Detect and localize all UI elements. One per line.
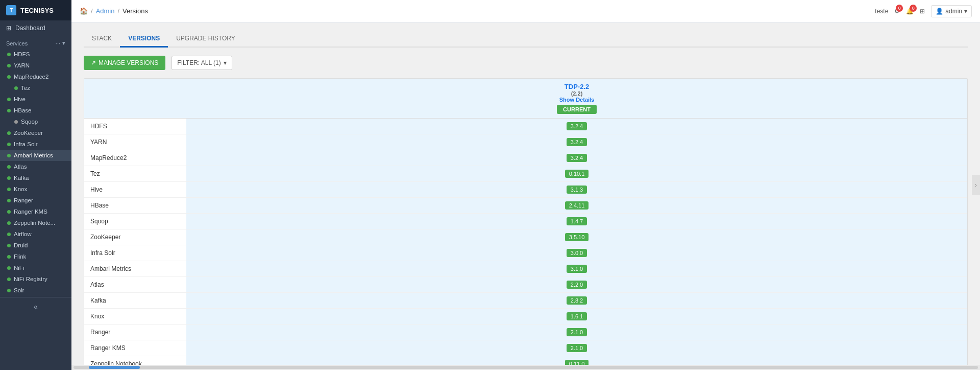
- service-name-cell: Zeppelin Notebook: [84, 356, 186, 365]
- sidebar-item-label: Hive: [14, 96, 26, 102]
- manage-versions-button[interactable]: ↗ MANAGE VERSIONS: [84, 56, 165, 70]
- sidebar-item-kafka[interactable]: Kafka: [0, 172, 71, 183]
- sidebar-item-label: Sqoop: [21, 119, 38, 125]
- sidebar-item-label: NiFi Registry: [14, 276, 47, 282]
- sidebar-item-ranger-kms[interactable]: Ranger KMS: [0, 206, 71, 217]
- sidebar-item-hive[interactable]: Hive: [0, 94, 71, 105]
- table-row: Kafka 2.8.2: [84, 293, 967, 309]
- sidebar-item-label: Ranger KMS: [14, 209, 47, 215]
- sidebar-item-flink[interactable]: Flink: [0, 251, 71, 262]
- tab-upgrade-history[interactable]: UPGRADE HISTORY: [168, 31, 243, 48]
- show-details-link[interactable]: Show Details: [192, 97, 961, 103]
- table-row: HDFS 3.2.4: [84, 119, 967, 134]
- topbar: 🏠 / Admin / Versions teste ⚙ 0 🔔 0 ⊞ 👤 a…: [71, 0, 980, 22]
- version-tag: 3.2.4: [567, 122, 587, 130]
- sidebar-item-yarn[interactable]: YARN: [0, 60, 71, 71]
- settings-badge: 0: [896, 5, 903, 12]
- sidebar-item-solr[interactable]: Solr: [0, 285, 71, 296]
- user-icon: 👤: [936, 8, 943, 15]
- sidebar-item-label: Zeppelin Note...: [14, 220, 55, 226]
- status-dot: [7, 143, 11, 146]
- sidebar-item-zookeeper[interactable]: ZooKeeper: [0, 127, 71, 138]
- version-tag: 0.10.1: [565, 170, 589, 178]
- service-name-cell: YARN: [84, 134, 186, 150]
- services-collapse-icon[interactable]: ▾: [62, 40, 65, 47]
- services-label: Services: [6, 40, 28, 47]
- home-icon[interactable]: 🏠: [80, 7, 88, 15]
- version-tag: 2.8.2: [567, 296, 587, 305]
- services-more-icon[interactable]: ···: [56, 40, 60, 47]
- right-expand-btn[interactable]: ›: [972, 175, 980, 195]
- version-tag: 3.1.0: [567, 265, 587, 273]
- table-row: Ambari Metrics 3.1.0: [84, 261, 967, 277]
- sidebar-item-nifi[interactable]: NiFi: [0, 262, 71, 273]
- status-dot: [7, 75, 11, 79]
- status-dot: [7, 109, 11, 112]
- sidebar-item-hdfs[interactable]: HDFS: [0, 49, 71, 60]
- sidebar-item-ranger[interactable]: Ranger: [0, 195, 71, 206]
- sidebar-item-druid[interactable]: Druid: [0, 240, 71, 251]
- sidebar-item-mapreduce2[interactable]: MapReduce2: [0, 71, 71, 82]
- sidebar-item-label: Infra Solr: [14, 141, 38, 147]
- scrollbar-thumb[interactable]: [89, 366, 140, 369]
- sidebar-item-infra-solr[interactable]: Infra Solr: [0, 138, 71, 150]
- sidebar-item-label: HDFS: [14, 51, 30, 57]
- dashboard-icon: ⊞: [6, 25, 11, 32]
- service-name-cell: ZooKeeper: [84, 229, 186, 245]
- breadcrumb-sep1: /: [91, 7, 93, 15]
- table-row: Ranger 2.1.0: [84, 325, 967, 340]
- status-dot: [7, 266, 11, 270]
- sidebar-item-atlas[interactable]: Atlas: [0, 161, 71, 172]
- table-row: MapReduce2 3.2.4: [84, 150, 967, 166]
- table-row: Tez 0.10.1: [84, 166, 967, 182]
- sidebar-collapse-handle[interactable]: «: [34, 303, 38, 311]
- version-tag: 3.2.4: [567, 138, 587, 146]
- version-tag: 3.2.4: [567, 154, 587, 162]
- status-dot: [7, 278, 11, 281]
- service-name-cell: HBase: [84, 198, 186, 214]
- services-actions: ··· ▾: [56, 40, 65, 47]
- service-name-cell: Atlas: [84, 277, 186, 293]
- sidebar-item-nifi-registry[interactable]: NiFi Registry: [0, 273, 71, 285]
- horizontal-scrollbar[interactable]: [71, 365, 980, 370]
- sidebar-item-dashboard[interactable]: ⊞ Dashboard: [0, 20, 71, 36]
- user-menu-btn[interactable]: 👤 admin ▾: [931, 5, 972, 17]
- sidebar-item-hbase[interactable]: HBase: [0, 105, 71, 116]
- version-tag: 0.11.0: [565, 360, 589, 365]
- status-dot: [7, 176, 11, 180]
- grid-btn[interactable]: ⊞: [920, 8, 925, 15]
- status-dot: [7, 221, 11, 225]
- sidebar-item-ambari-metrics[interactable]: Ambari Metrics: [0, 150, 71, 161]
- status-dot: [7, 233, 11, 236]
- alerts-btn[interactable]: 🔔 0: [906, 8, 914, 15]
- breadcrumb-current: Versions: [122, 7, 148, 15]
- sidebar-item-label: Ambari Metrics: [14, 152, 53, 158]
- version-tag: 3.5.10: [565, 233, 589, 241]
- filter-label: FILTER: ALL (1): [177, 59, 220, 66]
- table-row: ZooKeeper 3.5.10: [84, 229, 967, 245]
- external-link-icon: ↗: [91, 59, 96, 66]
- version-cell: 2.1.0: [186, 340, 967, 356]
- sidebar-item-sqoop[interactable]: Sqoop: [0, 116, 71, 127]
- sidebar-item-label: Solr: [14, 287, 24, 293]
- tab-stack[interactable]: STACK: [84, 31, 120, 48]
- service-name-cell: Sqoop: [84, 214, 186, 229]
- tab-versions[interactable]: VERSIONS: [120, 31, 168, 48]
- versions-table: TDP-2.2 (2.2) Show Details CURRENT HDFS …: [84, 79, 967, 365]
- status-dot: [7, 244, 11, 247]
- alerts-badge: 0: [910, 5, 917, 12]
- breadcrumb-admin[interactable]: Admin: [96, 7, 115, 15]
- sidebar-item-knox[interactable]: Knox: [0, 183, 71, 195]
- manage-versions-label: MANAGE VERSIONS: [99, 59, 158, 66]
- sidebar-item-label: Flink: [14, 253, 26, 260]
- table-row: HBase 2.4.11: [84, 198, 967, 214]
- version-tag: 1.4.7: [567, 217, 587, 225]
- version-cell: 0.11.0: [186, 356, 967, 365]
- sidebar-item-airflow[interactable]: Airflow: [0, 228, 71, 240]
- sidebar-item-zeppelin-note...[interactable]: Zeppelin Note...: [0, 217, 71, 228]
- filter-chevron-icon: ▾: [224, 59, 227, 66]
- topbar-right: teste ⚙ 0 🔔 0 ⊞ 👤 admin ▾: [875, 5, 972, 17]
- sidebar-item-tez[interactable]: Tez: [0, 82, 71, 94]
- filter-button[interactable]: FILTER: ALL (1) ▾: [172, 56, 232, 70]
- settings-btn[interactable]: ⚙ 0: [894, 8, 900, 15]
